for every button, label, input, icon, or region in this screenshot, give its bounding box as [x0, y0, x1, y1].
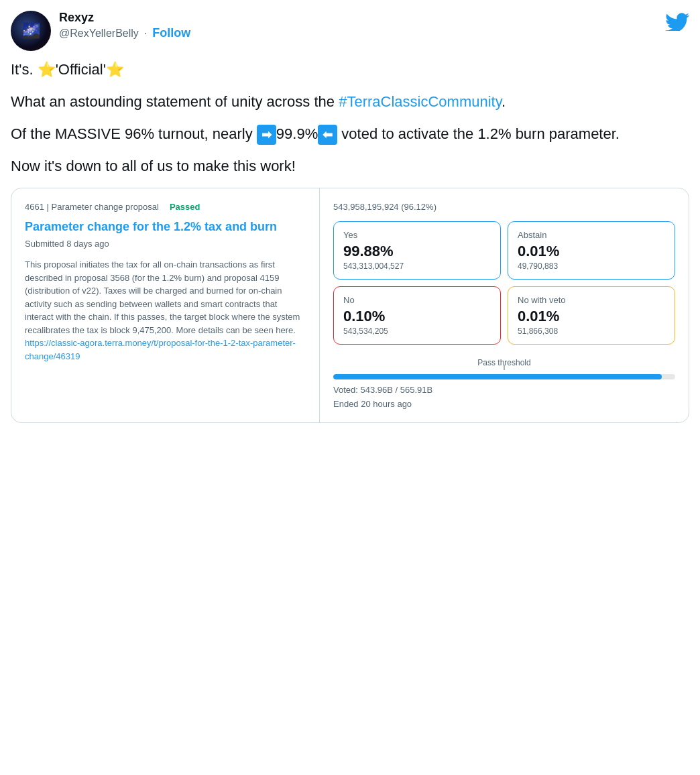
user-handle-row: @RexYellerBelly · Follow — [59, 26, 665, 40]
vote-label-no-veto: No with veto — [518, 295, 665, 305]
tweet-line4: Now it's down to all of us to make this … — [11, 156, 689, 177]
vote-box-no: No 0.10% 543,534,205 — [333, 286, 501, 345]
proposal-link[interactable]: https://classic-agora.terra.money/t/prop… — [25, 338, 296, 361]
user-info: Rexyz @RexYellerBelly · Follow — [59, 11, 665, 40]
card-right: 543,958,195,924 (96.12%) Yes 99.88% 543,… — [320, 188, 689, 422]
tweet-line2: What an astounding statement of unity ac… — [11, 91, 689, 113]
arrow-right-badge: ➡ — [257, 125, 276, 145]
vote-percent-abstain: 0.01% — [518, 243, 665, 260]
ended-info: Ended 20 hours ago — [333, 399, 675, 409]
tweet-header: 🌌 Rexyz @RexYellerBelly · Follow — [11, 11, 689, 51]
tweet-line3-suffix: voted to activate the 1.2% burn paramete… — [337, 125, 620, 142]
vote-grid: Yes 99.88% 543,313,004,527 Abstain 0.01%… — [333, 221, 675, 345]
tweet-line2-suffix: . — [502, 93, 506, 110]
vote-box-yes: Yes 99.88% 543,313,004,527 — [333, 221, 501, 280]
proposal-card: 4661 | Parameter change proposal Passed … — [11, 188, 689, 423]
vote-label-yes: Yes — [343, 230, 491, 240]
pass-threshold-section: Pass threshold Voted: 543.96B / 565.91B … — [333, 358, 675, 409]
tweet-body: It's. ⭐'Official'⭐ What an astounding st… — [11, 59, 689, 177]
vote-count-abstain: 49,790,883 — [518, 261, 665, 271]
progress-bar-fill — [333, 374, 662, 379]
card-left: 4661 | Parameter change proposal Passed … — [11, 188, 320, 422]
tweet-line1: It's. ⭐'Official'⭐ — [11, 59, 689, 80]
submitted-info: Submitted 8 days ago — [25, 239, 306, 249]
tweet-line3-prefix: Of the MASSIVE 96% turnout, nearly — [11, 125, 257, 142]
voted-info: Voted: 543.96B / 565.91B — [333, 385, 675, 395]
progress-bar — [333, 374, 675, 379]
vote-count-no: 543,534,205 — [343, 326, 491, 336]
hashtag-terra[interactable]: #TerraClassicCommunity — [339, 93, 502, 110]
vote-box-no-veto: No with veto 0.01% 51,866,308 — [508, 286, 675, 345]
passed-badge: Passed — [170, 202, 200, 212]
tweet-container: 🌌 Rexyz @RexYellerBelly · Follow It's. ⭐… — [0, 0, 700, 423]
turnout-header: 543,958,195,924 (96.12%) — [333, 202, 675, 212]
proposal-id: 4661 | Parameter change proposal — [25, 202, 159, 212]
dot-separator: · — [144, 27, 147, 40]
user-handle: @RexYellerBelly — [59, 27, 139, 40]
proposal-desc: This proposal initiates the tax for all … — [25, 258, 306, 363]
user-name: Rexyz — [59, 11, 665, 25]
avatar: 🌌 — [11, 11, 51, 51]
tweet-line3: Of the MASSIVE 96% turnout, nearly ➡99.9… — [11, 123, 689, 145]
twitter-icon — [665, 11, 689, 34]
arrow-left-badge: ⬅ — [318, 125, 337, 145]
vote-label-no: No — [343, 295, 491, 305]
tweet-line3-percent: 99.9% — [276, 125, 318, 142]
card-header-row: 4661 | Parameter change proposal Passed — [25, 202, 306, 212]
vote-box-abstain: Abstain 0.01% 49,790,883 — [508, 221, 675, 280]
vote-count-yes: 543,313,004,527 — [343, 261, 491, 271]
follow-button[interactable]: Follow — [152, 26, 190, 40]
vote-percent-no: 0.10% — [343, 308, 491, 325]
tweet-line2-prefix: What an astounding statement of unity ac… — [11, 93, 339, 110]
vote-count-no-veto: 51,866,308 — [518, 326, 665, 336]
proposal-title[interactable]: Parameter change for the 1.2% tax and bu… — [25, 219, 306, 235]
vote-percent-yes: 99.88% — [343, 243, 491, 260]
vote-percent-no-veto: 0.01% — [518, 308, 665, 325]
vote-label-abstain: Abstain — [518, 230, 665, 240]
